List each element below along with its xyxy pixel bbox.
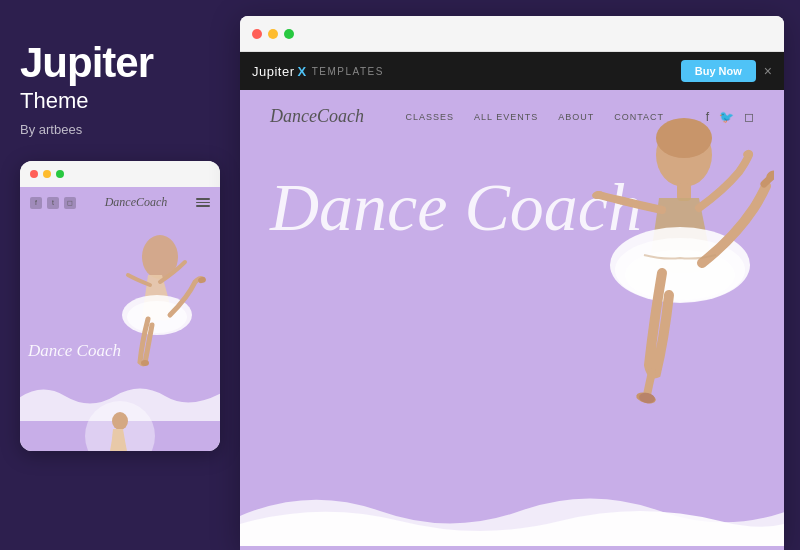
nav-contact[interactable]: CONTACT <box>614 112 664 122</box>
nav-all-events[interactable]: ALL EVENTS <box>474 112 538 122</box>
mobile-dot-red <box>30 170 38 178</box>
browser-dot-yellow[interactable] <box>268 29 278 39</box>
nav-about[interactable]: ABOUT <box>558 112 594 122</box>
browser-dot-red[interactable] <box>252 29 262 39</box>
nav-fb-icon[interactable]: f <box>706 110 709 124</box>
nav-ig-icon[interactable]: ◻ <box>744 110 754 124</box>
browser-toolbar: JupiterX TEMPLATES Buy Now × <box>240 52 784 90</box>
nav-social: f 🐦 ◻ <box>706 110 754 124</box>
brand-x-label: X <box>298 64 307 79</box>
jupiter-label: Jupiter <box>252 64 295 79</box>
browser-window: JupiterX TEMPLATES Buy Now × DanceCoach … <box>240 16 784 550</box>
mobile-hamburger-icon[interactable] <box>196 198 210 207</box>
nav-tw-icon[interactable]: 🐦 <box>719 110 734 124</box>
svg-point-4 <box>141 360 149 366</box>
mobile-preview-content: f t ◻ DanceCoach <box>20 187 220 451</box>
browser-dot-green[interactable] <box>284 29 294 39</box>
theme-author: By artbees <box>20 122 82 137</box>
website-nav: DanceCoach CLASSES ALL EVENTS ABOUT CONT… <box>240 90 784 143</box>
mobile-hero-text: Dance Coach <box>28 341 121 361</box>
nav-classes[interactable]: CLASSES <box>406 112 455 122</box>
nav-links: CLASSES ALL EVENTS ABOUT CONTACT <box>406 112 665 122</box>
mobile-dot-yellow <box>43 170 51 178</box>
theme-title: Jupiter <box>20 40 153 86</box>
mobile-titlebar <box>20 161 220 187</box>
site-logo: DanceCoach <box>270 106 364 127</box>
mobile-dot-green <box>56 170 64 178</box>
dancer-illustration <box>484 90 774 550</box>
svg-point-5 <box>112 412 128 430</box>
close-button[interactable]: × <box>764 63 772 79</box>
templates-label: TEMPLATES <box>312 66 384 77</box>
mobile-preview-card: f t ◻ DanceCoach <box>20 161 220 451</box>
theme-subtitle: Theme <box>20 88 88 114</box>
website-content: DanceCoach CLASSES ALL EVENTS ABOUT CONT… <box>240 90 784 550</box>
dancer-svg <box>484 90 774 550</box>
browser-titlebar <box>240 16 784 52</box>
buy-now-button[interactable]: Buy Now <box>681 60 756 82</box>
toolbar-actions: Buy Now × <box>681 60 772 82</box>
left-panel: Jupiter Theme By artbees f t ◻ DanceCoac… <box>0 0 240 550</box>
toolbar-brand: JupiterX TEMPLATES <box>252 64 384 79</box>
